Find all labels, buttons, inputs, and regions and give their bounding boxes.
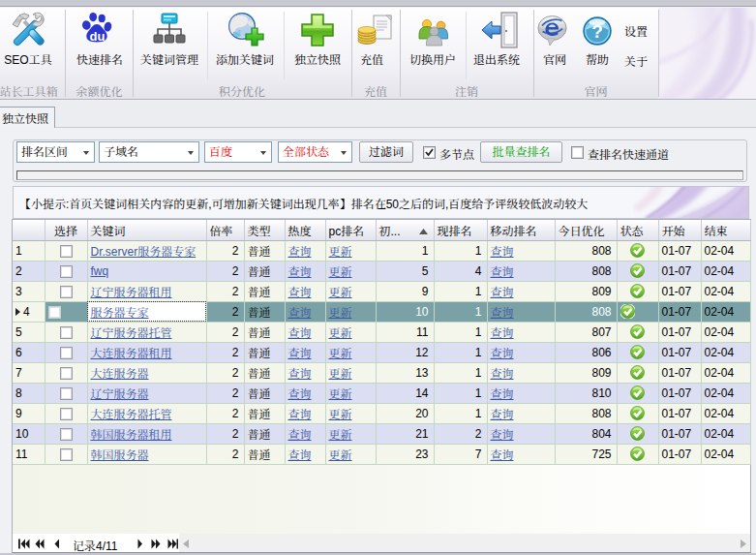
svg-text:?: ?	[591, 21, 603, 42]
svg-text:du: du	[90, 29, 106, 44]
